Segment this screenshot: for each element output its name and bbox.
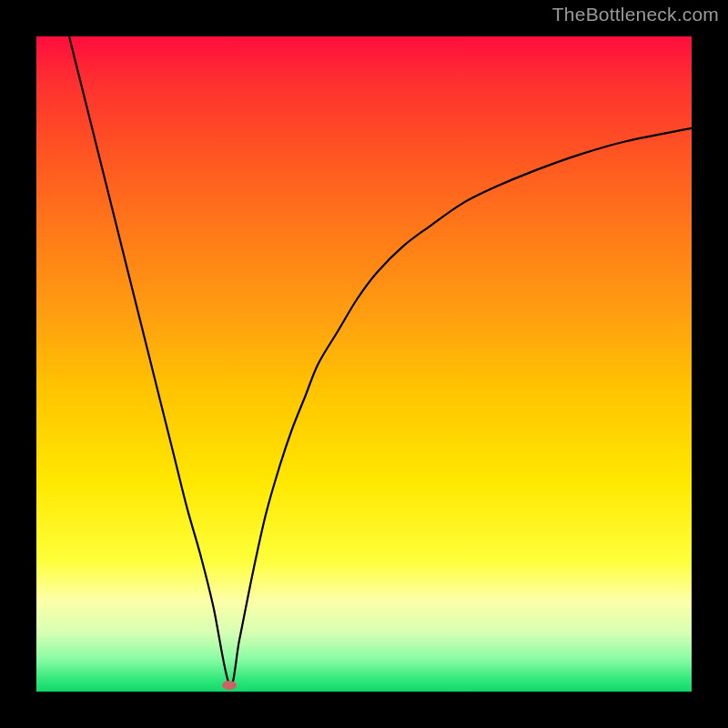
bottleneck-curve	[69, 36, 692, 685]
minimum-marker	[222, 681, 237, 690]
chart-container: TheBottleneck.com	[0, 0, 728, 728]
watermark-text: TheBottleneck.com	[552, 4, 719, 25]
curve-svg	[36, 36, 692, 692]
plot-area	[36, 36, 692, 692]
